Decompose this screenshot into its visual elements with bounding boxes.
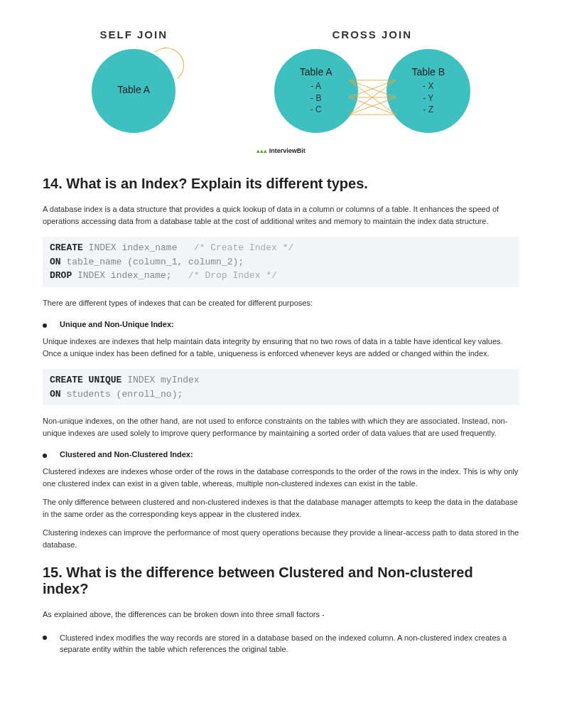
bullet-clustered-p3: Clustering indexes can improve the perfo…	[43, 527, 519, 550]
code-unique-index: CREATE UNIQUE INDEX myIndex ON students …	[43, 369, 519, 405]
bullet-dot-icon	[43, 636, 47, 640]
code-create-index: CREATE INDEX index_name /* Create Index …	[43, 237, 519, 287]
attribution-text: InterviewBit	[269, 147, 306, 154]
cross-circle-a: Table A - A - B - C	[274, 49, 358, 133]
self-circle-label: Table A	[117, 84, 150, 95]
bullet-q15-1: Clustered index modifies the way records…	[43, 632, 519, 655]
cross-join-title: CROSS JOIN	[274, 28, 470, 41]
bullet-clustered: Clustered and Non-Clustered Index:	[43, 450, 519, 459]
cross-a-items: - A - B - C	[310, 80, 322, 116]
cross-join-block: CROSS JOIN Table A - A - B - C Table B -…	[274, 28, 470, 133]
cross-join-wrap: Table A - A - B - C Table B - X - Y - Z	[274, 49, 470, 133]
bullet-unique-title: Unique and Non-Unique Index:	[60, 320, 519, 328]
self-join-circle-wrap: Table A	[92, 49, 175, 133]
bullet-clustered-p2: The only difference between clustered an…	[43, 496, 519, 520]
cross-a-label: Table A	[300, 66, 333, 77]
q14-heading: 14. What is an Index? Explain its differ…	[43, 176, 519, 192]
cross-b-items: - X - Y - Z	[423, 80, 433, 116]
bullet-dot-icon	[43, 323, 47, 328]
self-join-title: SELF JOIN	[92, 28, 175, 41]
bullet-q15-1-text: Clustered index modifies the way records…	[60, 632, 519, 655]
bullet-unique: Unique and Non-Unique Index:	[43, 320, 519, 328]
attribution: ▴▴▴ InterviewBit	[43, 147, 519, 154]
q14-intro: A database index is a data structure tha…	[43, 203, 519, 227]
self-join-block: SELF JOIN Table A	[92, 28, 175, 133]
bullet-unique-p1: Unique indexes are indexes that help mai…	[43, 336, 519, 359]
bullet-unique-p2: Non-unique indexes, on the other hand, a…	[43, 415, 519, 439]
q14-after-code: There are different types of indexes tha…	[43, 297, 519, 309]
q15-heading: 15. What is the difference between Clust…	[43, 564, 519, 597]
cross-b-label: Table B	[411, 66, 445, 77]
cross-circle-b: Table B - X - Y - Z	[387, 49, 470, 133]
bullet-dot-icon	[43, 454, 47, 458]
join-diagram: SELF JOIN Table A CROSS JOIN Table A - A…	[43, 28, 519, 133]
attribution-icon: ▴▴▴	[256, 147, 267, 154]
q15-intro: As explained above, the differences can …	[43, 609, 519, 621]
bullet-clustered-p1: Clustered indexes are indexes whose orde…	[43, 466, 519, 489]
bullet-clustered-title: Clustered and Non-Clustered Index:	[60, 450, 519, 459]
